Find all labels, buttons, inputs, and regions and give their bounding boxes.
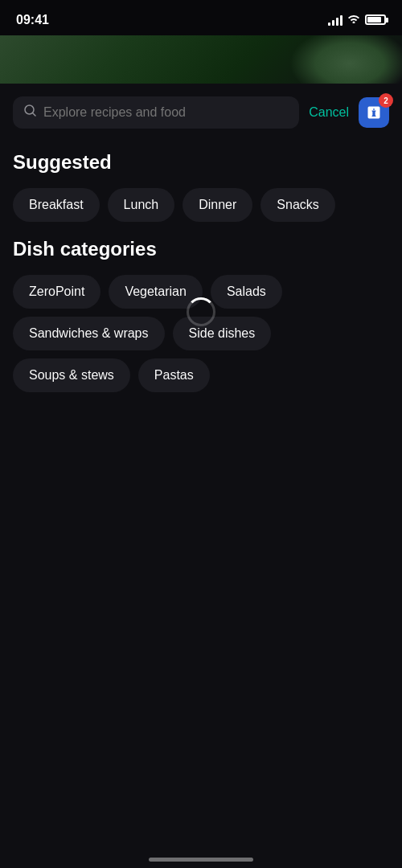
home-indicator	[149, 858, 253, 862]
battery-icon	[365, 14, 386, 25]
status-time: 09:41	[16, 13, 49, 27]
pill-sandwiches-wraps[interactable]: Sandwiches & wraps	[13, 317, 165, 350]
cancel-button[interactable]: Cancel	[309, 102, 349, 123]
search-input-wrapper[interactable]	[13, 96, 299, 129]
notification-button[interactable]: 2	[359, 97, 389, 128]
status-icons	[328, 14, 386, 26]
pill-salads[interactable]: Salads	[211, 275, 282, 309]
signal-icon	[328, 14, 343, 26]
pill-breakfast[interactable]: Breakfast	[13, 188, 100, 222]
search-area: Cancel 2	[0, 84, 402, 138]
pill-dinner[interactable]: Dinner	[183, 188, 252, 222]
notification-badge: 2	[379, 93, 393, 108]
wifi-icon	[347, 14, 360, 26]
loading-spinner	[187, 297, 215, 326]
pill-pastas[interactable]: Pastas	[138, 358, 210, 392]
hero-image	[0, 35, 402, 84]
dish-categories-title: Dish categories	[13, 238, 389, 260]
status-bar: 09:41	[0, 0, 402, 35]
suggested-section: Suggested Breakfast Lunch Dinner Snacks	[13, 151, 389, 222]
pill-snacks[interactable]: Snacks	[260, 188, 334, 222]
pill-zeropoint[interactable]: ZeroPoint	[13, 275, 100, 309]
pill-soups-stews[interactable]: Soups & stews	[13, 358, 130, 392]
search-input[interactable]	[43, 105, 288, 120]
suggested-title: Suggested	[13, 151, 389, 174]
suggested-pills: Breakfast Lunch Dinner Snacks	[13, 188, 389, 222]
pill-lunch[interactable]: Lunch	[108, 188, 175, 222]
main-content: Suggested Breakfast Lunch Dinner Snacks …	[0, 138, 402, 392]
search-icon	[24, 104, 37, 121]
dish-category-pills: ZeroPoint Vegetarian Salads Sandwiches &…	[13, 275, 389, 392]
